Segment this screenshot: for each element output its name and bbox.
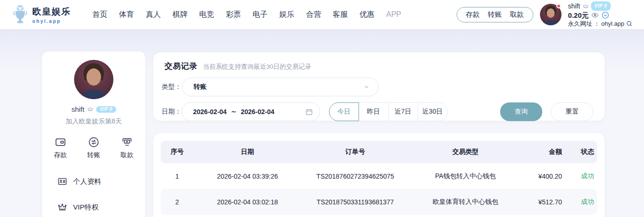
cell-transaction-type: 欧皇体育转入中心钱包 <box>409 198 522 206</box>
sidebar-vip-badge[interactable]: VIP 0 <box>96 106 116 113</box>
col-header-status: 状态 <box>578 148 597 156</box>
eye-icon[interactable] <box>591 11 599 19</box>
nav-item-chess[interactable]: 棋牌 <box>172 10 187 20</box>
nav-item-live-casino[interactable]: 真人 <box>146 10 161 20</box>
sidebar-avatar-image <box>74 60 113 99</box>
col-header-type: 交易类型 <box>409 148 522 156</box>
table-header-row: 序号 日期 订单号 交易类型 金额 状态 <box>161 141 597 163</box>
range-today-button[interactable]: 今日 <box>329 102 359 121</box>
nav-item-home[interactable]: 首页 <box>92 10 107 20</box>
cell-date: 2026-02-04 03:02:18 <box>194 198 301 206</box>
transaction-type-select[interactable]: 转账 <box>182 78 379 96</box>
nav-item-lottery[interactable]: 彩票 <box>226 10 241 20</box>
profile-sidebar: shift VIP 0 加入欧皇娱乐第8天 存款 转账 取款 <box>42 51 145 217</box>
deposit-link[interactable]: 存款 <box>466 10 480 19</box>
crown-icon <box>57 202 67 212</box>
sidebar-transfer-label: 转账 <box>87 151 100 159</box>
date-to-value: 2026-02-04 <box>241 108 275 116</box>
balance-amount: 0.20元 <box>568 11 589 19</box>
id-card-icon <box>57 176 67 187</box>
main-nav: 首页 体育 真人 棋牌 电竞 彩票 电子 娱乐 合营 客服 优惠 APP <box>92 10 401 20</box>
transaction-table-card: 序号 日期 订单号 交易类型 金额 状态 1 2026-02-04 03:39:… <box>153 133 605 217</box>
date-range-presets: 今日 昨日 近7日 近30日 <box>329 102 448 121</box>
username: shift <box>568 2 580 10</box>
transaction-filter-card: 交易记录 当前系统支持查询最近30日的交易记录 类型： 转账 日期： 2026-… <box>153 52 605 121</box>
sidebar-quick-actions: 存款 转账 取款 <box>42 136 145 159</box>
sidebar-item-profile[interactable]: 个人资料 <box>42 176 145 187</box>
vip-crown-icon <box>583 3 589 9</box>
nav-item-alliance[interactable]: 合营 <box>306 10 321 20</box>
cell-order-number: TS2018750331193681377 <box>301 198 409 206</box>
col-header-amount: 金额 <box>522 148 578 156</box>
col-header-index: 序号 <box>161 148 194 156</box>
wallet-icon <box>54 136 67 148</box>
type-filter-row: 类型： 转账 <box>162 78 593 96</box>
nav-item-app[interactable]: APP <box>386 10 401 19</box>
nav-item-entertainment[interactable]: 娱乐 <box>279 10 294 20</box>
cell-amount: ¥400.20 <box>522 173 578 180</box>
vip-level-badge[interactable]: VIP 0 <box>591 1 611 11</box>
transfer-link[interactable]: 转账 <box>488 10 502 19</box>
top-header: 欧皇娱乐 ohyl.app 首页 体育 真人 棋牌 电竞 彩票 电子 娱乐 合营… <box>0 0 644 29</box>
sidebar-username: shift <box>71 105 84 113</box>
date-label: 日期： <box>162 108 181 116</box>
nav-item-sports[interactable]: 体育 <box>119 10 134 20</box>
sidebar-deposit-button[interactable]: 存款 <box>54 136 67 159</box>
joined-days-text: 加入欧皇娱乐第8天 <box>42 117 145 126</box>
site-title: 欧皇娱乐 <box>32 6 71 18</box>
sidebar-withdraw-button[interactable]: 取款 <box>120 136 134 159</box>
notification-dot <box>556 4 561 8</box>
nav-item-promotions[interactable]: 优惠 <box>359 10 374 20</box>
cell-transaction-type: PA钱包转入中心钱包 <box>409 172 522 181</box>
chevron-down-icon <box>363 84 370 90</box>
search-icon[interactable] <box>626 20 633 27</box>
sidebar-withdraw-label: 取款 <box>120 151 134 159</box>
perma-url-value: ohyl.app <box>601 20 624 28</box>
date-tilde: ～ <box>231 108 237 116</box>
cell-status: 成功 <box>578 198 597 206</box>
range-7days-button[interactable]: 近7日 <box>388 102 418 121</box>
page-subtitle: 当前系统支持查询最近30日的交易记录 <box>203 63 311 71</box>
trophy-logo-icon <box>12 4 28 25</box>
range-30days-button[interactable]: 近30日 <box>418 102 448 121</box>
nav-item-support[interactable]: 客服 <box>333 10 348 20</box>
site-logo[interactable]: 欧皇娱乐 ohyl.app <box>12 4 71 25</box>
date-filter-row: 日期： 2026-02-04 ～ 2026-02-04 今日 昨日 近7日 近3… <box>162 102 593 121</box>
cell-date: 2026-02-04 03:39:26 <box>194 173 301 180</box>
cell-amount: ¥512.70 <box>522 198 578 206</box>
user-info: shift VIP 0 0.20元 永久网址 ： ohyl.app <box>568 1 633 28</box>
col-header-date: 日期 <box>194 148 301 156</box>
nav-item-esports[interactable]: 电竞 <box>199 10 214 20</box>
col-header-order: 订单号 <box>301 148 409 156</box>
sidebar-avatar[interactable] <box>74 60 113 99</box>
table-row: 2 2026-02-04 03:02:18 TS2018750331193681… <box>161 189 597 215</box>
user-avatar[interactable] <box>540 4 562 25</box>
range-yesterday-button[interactable]: 昨日 <box>359 102 389 121</box>
transfer-icon <box>88 136 100 148</box>
perma-url-colon: ： <box>594 20 600 28</box>
search-button[interactable]: 查询 <box>500 102 543 121</box>
cell-status: 成功 <box>578 172 597 181</box>
cell-index: 1 <box>161 173 194 180</box>
nav-item-slots[interactable]: 电子 <box>253 10 268 20</box>
date-range-input[interactable]: 2026-02-04 ～ 2026-02-04 <box>181 102 320 121</box>
withdraw-link[interactable]: 取款 <box>510 10 524 19</box>
table-row: 1 2026-02-04 03:39:26 TS2018760272394625… <box>161 163 597 189</box>
refresh-balance-icon[interactable] <box>601 11 609 19</box>
cell-index: 2 <box>161 198 194 206</box>
page-title: 交易记录 <box>165 61 197 72</box>
type-label: 类型： <box>162 83 182 91</box>
sidebar-item-vip-label: VIP特权 <box>73 203 98 212</box>
site-domain: ohyl.app <box>32 19 71 24</box>
sidebar-item-vip[interactable]: VIP特权 <box>42 202 145 212</box>
calendar-icon <box>305 108 313 116</box>
wallet-actions-pill: 存款 转账 取款 <box>457 7 533 22</box>
reset-button[interactable]: 重置 <box>551 102 593 121</box>
header-right: 存款 转账 取款 shift VIP 0 <box>457 1 633 28</box>
sidebar-vip-crown-icon <box>87 106 93 112</box>
sidebar-transfer-button[interactable]: 转账 <box>87 136 100 159</box>
perma-url-label: 永久网址 <box>568 20 592 28</box>
sidebar-item-profile-label: 个人资料 <box>73 177 101 186</box>
sidebar-deposit-label: 存款 <box>54 151 67 159</box>
sidebar-menu: 个人资料 VIP特权 <box>42 176 145 212</box>
